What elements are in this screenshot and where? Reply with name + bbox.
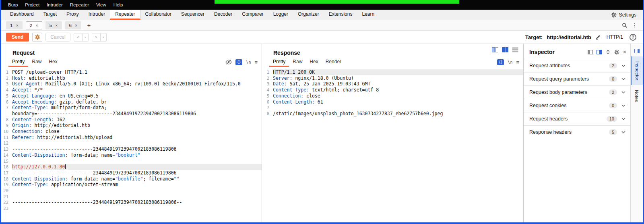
code-line[interactable]: 7Content-Type: multipart/form-data; (1, 105, 262, 111)
back-dropdown-icon[interactable]: ▾ (83, 33, 89, 41)
inspector-section-request-attributes[interactable]: Request attributes2 (524, 59, 630, 72)
code-line[interactable]: 22-----------------------------234484919… (1, 199, 262, 205)
repeater-tab-5[interactable]: 5× (45, 21, 62, 29)
close-tab-icon[interactable]: × (55, 23, 58, 28)
code-line[interactable]: 6Accept-Encoding: gzip, deflate, br (1, 99, 262, 105)
code-line[interactable]: 3Date: Sat, 25 Jan 2025 19:03:43 GMT (262, 81, 523, 87)
code-line[interactable]: 10Connection: close (1, 129, 262, 135)
request-editor[interactable]: 1POST /upload-cover HTTP/1.12Host: edito… (1, 67, 262, 222)
code-line[interactable]: 11Referer: http://editorial.htb/upload (1, 135, 262, 141)
code-line[interactable]: 8Content-Length: 362 (1, 117, 262, 123)
layout-split-icon[interactable] (502, 47, 508, 52)
cancel-button[interactable]: Cancel (45, 33, 70, 41)
search-icon[interactable] (622, 23, 627, 28)
main-tab-learn[interactable]: Learn (357, 10, 379, 20)
close-tab-icon[interactable]: × (16, 23, 18, 28)
response-tab-raw[interactable]: Raw (289, 57, 306, 67)
menu-item-intruder[interactable]: Intruder (43, 0, 66, 10)
code-line[interactable]: 7 (262, 105, 523, 111)
editor-menu-icon[interactable]: ≡ (254, 59, 258, 65)
code-line[interactable]: 12 (1, 140, 262, 146)
code-line[interactable]: 4Content-Type: text/html; charset=utf-8 (262, 87, 523, 93)
rail-tab-notes[interactable]: Notes (631, 85, 643, 107)
request-tab-pretty[interactable]: Pretty (8, 57, 28, 67)
code-line[interactable]: 6Content-Length: 61 (262, 99, 523, 105)
newline-icon[interactable]: \n (508, 60, 512, 64)
code-line[interactable]: 8/static/images/unsplash_photo_163073427… (262, 111, 523, 117)
layout-columns-icon[interactable] (492, 47, 498, 52)
main-tab-decoder[interactable]: Decoder (209, 10, 237, 20)
response-tab-hex[interactable]: Hex (306, 57, 322, 67)
repeater-tab-1[interactable]: 1× (6, 21, 23, 29)
main-tab-dashboard[interactable]: Dashboard (5, 10, 39, 20)
new-tab-button[interactable]: + (85, 22, 93, 29)
forward-button[interactable]: > (92, 33, 101, 41)
pretty-print-icon[interactable]: {} (497, 59, 504, 65)
code-line[interactable]: 16http://127.0.0.1:80 (1, 164, 262, 170)
main-tab-proxy[interactable]: Proxy (62, 10, 84, 20)
code-line[interactable]: 3User-Agent: Mozilla/5.0 (X11; Linux x86… (1, 81, 262, 87)
code-line[interactable]: 23 (1, 205, 262, 212)
collapse-all-icon[interactable] (605, 50, 611, 54)
code-line[interactable]: 2Server: nginx/1.18.0 (Ubuntu) (262, 75, 523, 81)
code-line[interactable]: 1HTTP/1.1 200 OK (262, 69, 523, 75)
code-line[interactable]: boundary=---------------------------2344… (1, 111, 262, 117)
kebab-menu-icon[interactable]: ⋮ (632, 22, 637, 28)
pretty-print-icon[interactable]: {} (235, 59, 242, 65)
send-button[interactable]: Send (6, 33, 29, 41)
code-line[interactable]: 15 (1, 158, 262, 164)
inspector-section-request-headers[interactable]: Request headers10 (524, 112, 630, 125)
repeater-tab-6[interactable]: 6× (65, 21, 82, 29)
dock-right-icon[interactable] (597, 50, 602, 54)
menu-item-view[interactable]: View (93, 0, 110, 10)
inspector-section-request-body-parameters[interactable]: Request body parameters2 (524, 85, 630, 99)
inspector-section-response-headers[interactable]: Response headers5 (524, 125, 630, 139)
code-line[interactable]: 14Content-Disposition: form-data; name="… (1, 152, 262, 158)
dock-left-icon[interactable] (588, 50, 593, 54)
pencil-icon[interactable] (595, 34, 601, 40)
code-line[interactable]: 5Connection: close (262, 93, 523, 99)
code-line[interactable]: 20 (1, 188, 262, 194)
code-line[interactable]: 5Accept-Language: en-US,en;q=0.5 (1, 93, 262, 99)
code-line[interactable]: 9Origin: http://editorial.htb (1, 122, 262, 129)
code-line[interactable]: 13-----------------------------234484919… (1, 146, 262, 152)
menu-item-burp[interactable]: Burp (4, 0, 21, 10)
main-tab-repeater[interactable]: Repeater (110, 10, 140, 20)
eye-slash-icon[interactable] (225, 60, 232, 64)
request-tab-raw[interactable]: Raw (28, 57, 45, 67)
main-tab-sequencer[interactable]: Sequencer (176, 10, 209, 20)
main-tab-logger[interactable]: Logger (268, 10, 293, 20)
response-tab-render[interactable]: Render (322, 57, 345, 67)
forward-dropdown-icon[interactable]: ▾ (101, 33, 107, 41)
main-tab-comparer[interactable]: Comparer (237, 10, 268, 20)
inspector-section-request-query-parameters[interactable]: Request query parameters0 (524, 72, 630, 85)
layout-rows-icon[interactable] (512, 47, 518, 52)
help-icon[interactable]: ? (630, 34, 636, 41)
main-tab-organizer[interactable]: Organizer (293, 10, 324, 20)
newline-icon[interactable]: \n (246, 60, 251, 64)
back-button[interactable]: < (74, 33, 83, 41)
code-line[interactable]: 1POST /upload-cover HTTP/1.1 (1, 69, 262, 75)
code-line[interactable]: 17-----------------------------234484919… (1, 170, 262, 176)
code-line[interactable]: 18Content-Disposition: form-data; name="… (1, 176, 262, 182)
menu-item-help[interactable]: Help (110, 0, 127, 10)
close-tab-icon[interactable]: × (35, 23, 38, 28)
main-tab-target[interactable]: Target (39, 10, 62, 20)
response-tab-pretty[interactable]: Pretty (269, 57, 289, 67)
repeater-tab-2[interactable]: 2× (26, 21, 42, 29)
response-editor[interactable]: 1HTTP/1.1 200 OK2Server: nginx/1.18.0 (U… (262, 67, 523, 222)
send-settings-button[interactable] (32, 33, 42, 42)
main-tab-intruder[interactable]: Intruder (84, 10, 110, 20)
dock-panel-icon[interactable] (634, 49, 640, 53)
code-line[interactable]: 2Host: editorial.htb (1, 75, 262, 81)
menu-item-project[interactable]: Project (21, 0, 43, 10)
close-tab-icon[interactable]: × (75, 23, 77, 28)
code-line[interactable]: 4Accept: */* (1, 87, 262, 93)
http-version-label[interactable]: HTTP/1 (607, 34, 623, 40)
settings-button[interactable]: Settings (611, 10, 643, 20)
editor-menu-icon[interactable]: ≡ (516, 59, 519, 65)
main-tab-collaborator[interactable]: Collaborator (140, 10, 176, 20)
code-line[interactable]: 21 (1, 194, 262, 200)
gear-icon[interactable] (614, 50, 619, 55)
inspector-section-request-cookies[interactable]: Request cookies0 (524, 99, 630, 112)
